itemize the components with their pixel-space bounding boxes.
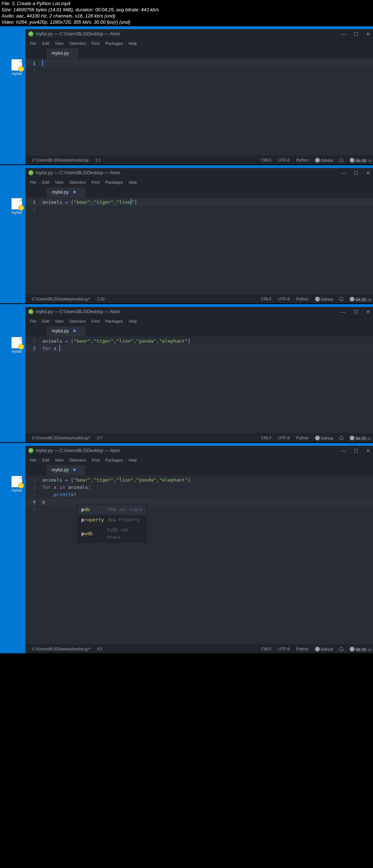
git-link[interactable]: Git (0) [350, 297, 366, 301]
autocomplete-item[interactable]: pdbPDB set trace [78, 505, 146, 515]
git-link[interactable]: Git (0) [350, 436, 366, 440]
status-path[interactable]: C:\Users\BLS\Desktop\mylist.py* [32, 297, 90, 301]
menu-find[interactable]: Find [89, 318, 102, 324]
status-python[interactable]: Python [296, 158, 309, 162]
menu-edit[interactable]: Edit [39, 318, 52, 324]
titlebar[interactable]: mylist.py — C:\Users\BLS\Desktop — Atom—… [25, 307, 373, 317]
status-cursor-pos[interactable]: 1:1 [95, 158, 101, 162]
close-button[interactable]: ✕ [366, 448, 370, 454]
status-path[interactable]: C:\Users\BLS\Desktop\mylist.py* [32, 647, 90, 651]
minimize-button[interactable]: — [341, 31, 346, 37]
code-line[interactable] [39, 60, 373, 67]
menu-packages[interactable]: Packages [102, 457, 126, 463]
menu-help[interactable]: Help [126, 179, 140, 185]
notifications-icon[interactable] [339, 297, 343, 301]
menu-file[interactable]: File [27, 318, 39, 324]
status-utf-8[interactable]: UTF-8 [278, 158, 290, 162]
code-area[interactable] [39, 58, 373, 156]
menu-help[interactable]: Help [126, 40, 140, 46]
autocomplete-item[interactable]: pudbPuDB set trace [78, 525, 146, 542]
titlebar[interactable]: mylist.py — C:\Users\BLS\Desktop — Atom—… [25, 446, 373, 456]
editor-area[interactable]: 12animals = ["bear","tiger","lion","pand… [25, 336, 373, 433]
menu-selection[interactable]: Selection [66, 318, 89, 324]
github-link[interactable]: GitHub [315, 436, 333, 440]
code-line[interactable] [39, 67, 373, 74]
menu-find[interactable]: Find [89, 179, 102, 185]
notifications-icon[interactable] [339, 647, 343, 651]
desktop-file-icon[interactable]: mylist [11, 337, 23, 354]
github-link[interactable]: GitHub [315, 297, 333, 301]
code-area[interactable]: animals = ["bear","tiger","lion","panda"… [39, 475, 373, 645]
maximize-button[interactable]: ☐ [354, 309, 358, 315]
menu-view[interactable]: View [52, 457, 67, 463]
menu-find[interactable]: Find [89, 40, 102, 46]
maximize-button[interactable]: ☐ [354, 31, 358, 37]
notifications-icon[interactable] [339, 436, 343, 440]
menu-selection[interactable]: Selection [66, 40, 89, 46]
menu-packages[interactable]: Packages [102, 179, 126, 185]
menu-edit[interactable]: Edit [39, 179, 52, 185]
code-line[interactable]: print(x) [39, 491, 373, 498]
menu-file[interactable]: File [27, 40, 39, 46]
git-link[interactable]: Git (0) [350, 158, 366, 163]
status-utf-8[interactable]: UTF-8 [278, 436, 290, 440]
menu-find[interactable]: Find [89, 457, 102, 463]
status-cursor-pos[interactable]: 2:7 [97, 436, 102, 440]
menu-file[interactable]: File [27, 457, 39, 463]
menu-view[interactable]: View [52, 318, 67, 324]
close-button[interactable]: ✕ [366, 31, 370, 37]
tab-mylist[interactable]: mylist.py [47, 48, 78, 58]
minimize-button[interactable]: — [341, 309, 346, 315]
code-line[interactable]: animals = ["bear","tiger","lion"] [39, 199, 373, 206]
tab-mylist[interactable]: mylist.py [47, 465, 85, 475]
autocomplete-popup[interactable]: pdbPDB set tracepropertyNew Propertypudb… [77, 504, 146, 543]
status-crlf[interactable]: CRLF [261, 436, 272, 440]
status-crlf[interactable]: CRLF [261, 158, 272, 162]
code-line[interactable]: animals = ["bear","tiger","lion","panda"… [39, 338, 373, 345]
status-cursor-pos[interactable]: 4:2 [97, 647, 102, 651]
status-crlf[interactable]: CRLF [261, 297, 272, 301]
status-utf-8[interactable]: UTF-8 [278, 297, 290, 301]
menu-selection[interactable]: Selection [66, 179, 89, 185]
titlebar[interactable]: mylist.py — C:\Users\BLS\Desktop — Atom—… [25, 168, 373, 178]
status-crlf[interactable]: CRLF [261, 647, 272, 651]
minimize-button[interactable]: — [341, 448, 346, 454]
close-button[interactable]: ✕ [366, 170, 370, 176]
editor-area[interactable]: 12animals = ["bear","tiger","lion"] [25, 197, 373, 295]
status-path[interactable]: C:\Users\BLS\Desktop\mylist.py* [32, 436, 90, 440]
menu-edit[interactable]: Edit [39, 457, 52, 463]
code-area[interactable]: animals = ["bear","tiger","lion"] [39, 197, 373, 295]
menu-help[interactable]: Help [126, 457, 140, 463]
close-button[interactable]: ✕ [366, 309, 370, 315]
code-line[interactable]: for x [39, 345, 373, 352]
editor-area[interactable]: 12 [25, 58, 373, 156]
titlebar[interactable]: mylist.py — C:\Users\BLS\Desktop — Atom—… [25, 29, 373, 39]
tab-mylist[interactable]: mylist.py [47, 326, 85, 336]
maximize-button[interactable]: ☐ [354, 448, 358, 454]
status-utf-8[interactable]: UTF-8 [278, 647, 290, 651]
autocomplete-item[interactable]: propertyNew Property [78, 515, 146, 525]
github-link[interactable]: GitHub [315, 158, 333, 163]
menu-view[interactable]: View [52, 40, 67, 46]
menu-view[interactable]: View [52, 179, 67, 185]
desktop-file-icon[interactable]: mylist [11, 59, 23, 76]
status-cursor-pos[interactable]: 1:32 [97, 297, 105, 301]
code-line[interactable] [39, 206, 373, 213]
git-link[interactable]: Git (0) [350, 647, 366, 651]
github-link[interactable]: GitHub [315, 647, 333, 651]
code-area[interactable]: animals = ["bear","tiger","lion","panda"… [39, 336, 373, 433]
tab-mylist[interactable]: mylist.py [47, 187, 85, 197]
status-python[interactable]: Python [296, 436, 309, 440]
maximize-button[interactable]: ☐ [354, 170, 358, 176]
menu-selection[interactable]: Selection [66, 457, 89, 463]
menu-packages[interactable]: Packages [102, 40, 126, 46]
code-line[interactable]: for x in animals: [39, 484, 373, 491]
status-python[interactable]: Python [296, 647, 309, 651]
status-python[interactable]: Python [296, 297, 309, 301]
menu-edit[interactable]: Edit [39, 40, 52, 46]
menu-file[interactable]: File [27, 179, 39, 185]
minimize-button[interactable]: — [341, 170, 346, 176]
desktop-file-icon[interactable]: mylist [11, 476, 23, 493]
menu-packages[interactable]: Packages [102, 318, 126, 324]
menu-help[interactable]: Help [126, 318, 140, 324]
